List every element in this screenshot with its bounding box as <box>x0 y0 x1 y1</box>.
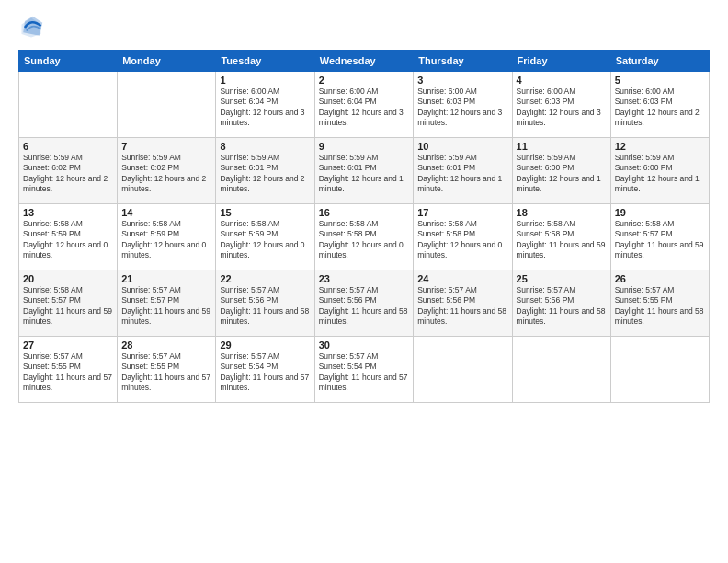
day-number: 1 <box>220 75 310 86</box>
day-number: 7 <box>121 141 211 152</box>
day-number: 10 <box>417 141 507 152</box>
calendar-cell: 23 Sunrise: 5:57 AMSunset: 5:56 PMDaylig… <box>314 270 414 337</box>
day-number: 18 <box>517 207 607 218</box>
day-info: Sunrise: 5:57 AMSunset: 5:56 PMDaylight:… <box>220 285 310 327</box>
day-number: 17 <box>417 207 507 218</box>
calendar-cell: 20 Sunrise: 5:58 AMSunset: 5:57 PMDaylig… <box>19 270 118 337</box>
day-info: Sunrise: 5:57 AMSunset: 5:56 PMDaylight:… <box>319 285 410 327</box>
day-info: Sunrise: 5:59 AMSunset: 6:01 PMDaylight:… <box>319 153 410 195</box>
day-info: Sunrise: 5:57 AMSunset: 5:56 PMDaylight:… <box>517 285 607 327</box>
weekday-header-thursday: Thursday <box>414 51 512 72</box>
calendar-cell: 12 Sunrise: 5:59 AMSunset: 6:00 PMDaylig… <box>610 138 709 204</box>
calendar-cell: 30 Sunrise: 5:57 AMSunset: 5:54 PMDaylig… <box>314 337 414 403</box>
day-number: 9 <box>319 141 410 152</box>
week-row-4: 20 Sunrise: 5:58 AMSunset: 5:57 PMDaylig… <box>19 270 710 337</box>
day-info: Sunrise: 5:58 AMSunset: 5:57 PMDaylight:… <box>23 285 113 327</box>
day-number: 28 <box>121 339 211 350</box>
day-number: 20 <box>23 273 113 284</box>
day-info: Sunrise: 5:58 AMSunset: 5:58 PMDaylight:… <box>517 219 607 261</box>
calendar-cell <box>19 72 118 138</box>
day-number: 27 <box>23 339 113 350</box>
calendar-cell: 22 Sunrise: 5:57 AMSunset: 5:56 PMDaylig… <box>216 270 314 337</box>
day-info: Sunrise: 5:58 AMSunset: 5:58 PMDaylight:… <box>319 219 410 261</box>
day-number: 11 <box>517 141 607 152</box>
day-number: 2 <box>319 75 410 86</box>
day-info: Sunrise: 5:57 AMSunset: 5:57 PMDaylight:… <box>121 285 211 327</box>
day-number: 24 <box>417 273 507 284</box>
logo-icon <box>18 15 44 40</box>
calendar-cell: 24 Sunrise: 5:57 AMSunset: 5:56 PMDaylig… <box>414 270 512 337</box>
day-info: Sunrise: 5:58 AMSunset: 5:59 PMDaylight:… <box>121 219 211 261</box>
day-info: Sunrise: 5:58 AMSunset: 5:59 PMDaylight:… <box>23 219 113 261</box>
weekday-header-tuesday: Tuesday <box>216 51 314 72</box>
day-number: 13 <box>23 207 113 218</box>
day-number: 26 <box>615 273 705 284</box>
calendar-cell: 26 Sunrise: 5:57 AMSunset: 5:55 PMDaylig… <box>610 270 709 337</box>
day-number: 3 <box>417 75 507 86</box>
week-row-2: 6 Sunrise: 5:59 AMSunset: 6:02 PMDayligh… <box>19 138 710 204</box>
calendar-cell: 29 Sunrise: 5:57 AMSunset: 5:54 PMDaylig… <box>216 337 314 403</box>
day-info: Sunrise: 5:57 AMSunset: 5:54 PMDaylight:… <box>220 351 310 394</box>
calendar-cell: 11 Sunrise: 5:59 AMSunset: 6:00 PMDaylig… <box>512 138 610 204</box>
day-info: Sunrise: 6:00 AMSunset: 6:04 PMDaylight:… <box>220 86 310 129</box>
weekday-header-friday: Friday <box>512 51 610 72</box>
day-number: 8 <box>220 141 310 152</box>
calendar-cell <box>414 337 512 403</box>
calendar-cell: 28 Sunrise: 5:57 AMSunset: 5:55 PMDaylig… <box>118 337 216 403</box>
calendar-cell: 17 Sunrise: 5:58 AMSunset: 5:58 PMDaylig… <box>414 204 512 270</box>
day-info: Sunrise: 5:59 AMSunset: 6:02 PMDaylight:… <box>23 153 113 195</box>
day-info: Sunrise: 5:58 AMSunset: 5:57 PMDaylight:… <box>615 219 705 261</box>
day-number: 29 <box>220 339 310 350</box>
week-row-1: 1 Sunrise: 6:00 AMSunset: 6:04 PMDayligh… <box>19 72 710 138</box>
calendar-cell: 16 Sunrise: 5:58 AMSunset: 5:58 PMDaylig… <box>314 204 414 270</box>
weekday-header-saturday: Saturday <box>610 51 709 72</box>
day-info: Sunrise: 5:59 AMSunset: 6:02 PMDaylight:… <box>121 153 211 195</box>
calendar-cell: 1 Sunrise: 6:00 AMSunset: 6:04 PMDayligh… <box>216 72 314 138</box>
day-number: 23 <box>319 273 410 284</box>
calendar-cell: 7 Sunrise: 5:59 AMSunset: 6:02 PMDayligh… <box>118 138 216 204</box>
day-info: Sunrise: 6:00 AMSunset: 6:03 PMDaylight:… <box>615 86 705 129</box>
weekday-header-sunday: Sunday <box>19 51 118 72</box>
calendar-cell: 8 Sunrise: 5:59 AMSunset: 6:01 PMDayligh… <box>216 138 314 204</box>
calendar-cell <box>512 337 610 403</box>
day-info: Sunrise: 5:59 AMSunset: 6:01 PMDaylight:… <box>417 153 507 195</box>
calendar-cell: 25 Sunrise: 5:57 AMSunset: 5:56 PMDaylig… <box>512 270 610 337</box>
calendar-cell: 18 Sunrise: 5:58 AMSunset: 5:58 PMDaylig… <box>512 204 610 270</box>
day-info: Sunrise: 5:59 AMSunset: 6:00 PMDaylight:… <box>615 153 705 195</box>
day-info: Sunrise: 5:57 AMSunset: 5:55 PMDaylight:… <box>615 285 705 327</box>
day-info: Sunrise: 6:00 AMSunset: 6:04 PMDaylight:… <box>319 86 410 129</box>
day-number: 14 <box>121 207 211 218</box>
day-number: 6 <box>23 141 113 152</box>
calendar-cell: 9 Sunrise: 5:59 AMSunset: 6:01 PMDayligh… <box>314 138 414 204</box>
calendar-table: SundayMondayTuesdayWednesdayThursdayFrid… <box>18 50 710 403</box>
calendar-cell: 13 Sunrise: 5:58 AMSunset: 5:59 PMDaylig… <box>19 204 118 270</box>
day-number: 22 <box>220 273 310 284</box>
day-info: Sunrise: 5:58 AMSunset: 5:58 PMDaylight:… <box>417 219 507 261</box>
weekday-header-monday: Monday <box>118 51 216 72</box>
day-info: Sunrise: 5:57 AMSunset: 5:54 PMDaylight:… <box>319 351 410 394</box>
calendar-cell: 27 Sunrise: 5:57 AMSunset: 5:55 PMDaylig… <box>19 337 118 403</box>
day-info: Sunrise: 5:58 AMSunset: 5:59 PMDaylight:… <box>220 219 310 261</box>
header <box>18 15 710 40</box>
calendar-cell: 4 Sunrise: 6:00 AMSunset: 6:03 PMDayligh… <box>512 72 610 138</box>
day-number: 12 <box>615 141 705 152</box>
calendar-cell: 5 Sunrise: 6:00 AMSunset: 6:03 PMDayligh… <box>610 72 709 138</box>
calendar-cell: 3 Sunrise: 6:00 AMSunset: 6:03 PMDayligh… <box>414 72 512 138</box>
week-row-5: 27 Sunrise: 5:57 AMSunset: 5:55 PMDaylig… <box>19 337 710 403</box>
calendar-cell: 19 Sunrise: 5:58 AMSunset: 5:57 PMDaylig… <box>610 204 709 270</box>
week-row-3: 13 Sunrise: 5:58 AMSunset: 5:59 PMDaylig… <box>19 204 710 270</box>
weekday-header-wednesday: Wednesday <box>314 51 414 72</box>
day-number: 16 <box>319 207 410 218</box>
day-number: 21 <box>121 273 211 284</box>
day-info: Sunrise: 5:57 AMSunset: 5:55 PMDaylight:… <box>23 351 113 394</box>
day-number: 25 <box>517 273 607 284</box>
day-number: 19 <box>615 207 705 218</box>
day-info: Sunrise: 6:00 AMSunset: 6:03 PMDaylight:… <box>517 86 607 129</box>
day-info: Sunrise: 5:59 AMSunset: 6:00 PMDaylight:… <box>517 153 607 195</box>
calendar-cell: 15 Sunrise: 5:58 AMSunset: 5:59 PMDaylig… <box>216 204 314 270</box>
calendar-cell: 21 Sunrise: 5:57 AMSunset: 5:57 PMDaylig… <box>118 270 216 337</box>
calendar-cell: 6 Sunrise: 5:59 AMSunset: 6:02 PMDayligh… <box>19 138 118 204</box>
calendar-cell <box>118 72 216 138</box>
calendar-cell <box>610 337 709 403</box>
page: SundayMondayTuesdayWednesdayThursdayFrid… <box>0 0 728 563</box>
